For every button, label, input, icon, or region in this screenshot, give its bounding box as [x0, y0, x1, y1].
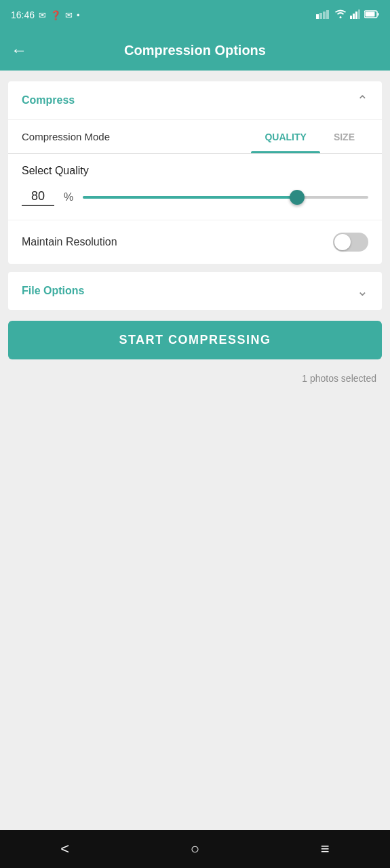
- maintain-resolution-row: Maintain Resolution: [8, 220, 382, 264]
- nav-home-button[interactable]: ○: [177, 835, 213, 863]
- chevron-down-icon: ⌄: [357, 283, 368, 299]
- bottom-nav-bar: < ○ ≡: [0, 830, 390, 868]
- svg-rect-0: [316, 14, 319, 19]
- status-time: 16:46: [11, 9, 35, 20]
- status-bar-left: 16:46 ✉ ❓ ✉ •: [11, 9, 80, 20]
- svg-rect-6: [355, 12, 357, 19]
- quality-value: 80: [31, 189, 45, 203]
- help-icon: ❓: [50, 10, 61, 20]
- compress-card-header[interactable]: Compress ⌃: [8, 81, 382, 120]
- svg-rect-5: [353, 14, 355, 19]
- svg-rect-4: [350, 16, 352, 19]
- tab-quality[interactable]: QUALITY: [251, 121, 319, 153]
- status-bar: 16:46 ✉ ❓ ✉ •: [0, 0, 390, 30]
- file-options-card[interactable]: File Options ⌄: [8, 272, 382, 310]
- main-content: Compress ⌃ Compression Mode QUALITY SIZE…: [0, 71, 390, 830]
- nav-menu-button[interactable]: ≡: [307, 835, 343, 863]
- nav-back-icon: <: [60, 840, 69, 858]
- back-button[interactable]: ←: [11, 42, 27, 58]
- status-bar-right: [316, 9, 379, 21]
- nav-home-icon: ○: [191, 840, 199, 858]
- quality-slider-container[interactable]: [83, 189, 368, 205]
- toggle-thumb: [334, 234, 351, 250]
- maintain-resolution-label: Maintain Resolution: [22, 236, 117, 248]
- svg-rect-3: [326, 10, 329, 19]
- quality-value-box: 80: [22, 188, 54, 206]
- email-icon: ✉: [39, 10, 46, 20]
- svg-rect-7: [358, 9, 360, 19]
- signal-icon: [316, 9, 331, 21]
- start-compressing-button[interactable]: START COMPRESSING: [8, 321, 382, 359]
- dot-icon: •: [77, 10, 80, 20]
- svg-rect-10: [378, 13, 379, 16]
- tab-size[interactable]: SIZE: [320, 121, 368, 153]
- svg-rect-9: [366, 12, 375, 16]
- svg-rect-2: [323, 12, 326, 19]
- wifi-icon: [334, 9, 347, 21]
- file-options-title: File Options: [22, 285, 84, 297]
- compress-section-title: Compress: [22, 94, 75, 106]
- battery-icon: [364, 10, 379, 20]
- bars-icon: [350, 9, 361, 21]
- svg-rect-1: [319, 13, 322, 19]
- quality-percent: %: [64, 191, 73, 203]
- compression-mode-row: Compression Mode QUALITY SIZE: [8, 120, 382, 154]
- collapse-icon: ⌃: [357, 92, 368, 108]
- select-quality-label: Select Quality: [22, 165, 368, 177]
- app-bar: ← Compression Options: [0, 30, 390, 71]
- compression-mode-label: Compression Mode: [22, 120, 251, 153]
- page-title: Compression Options: [38, 43, 352, 58]
- compress-card: Compress ⌃ Compression Mode QUALITY SIZE…: [8, 81, 382, 264]
- nav-back-button[interactable]: <: [47, 835, 83, 863]
- photos-selected-label: 1 photos selected: [0, 368, 390, 384]
- quality-control-row: 80 %: [22, 188, 368, 206]
- email2-icon: ✉: [65, 10, 73, 20]
- maintain-resolution-toggle[interactable]: [333, 233, 368, 252]
- file-options-header[interactable]: File Options ⌄: [8, 272, 382, 310]
- quality-section: Select Quality 80 %: [8, 154, 382, 220]
- nav-menu-icon: ≡: [321, 840, 330, 858]
